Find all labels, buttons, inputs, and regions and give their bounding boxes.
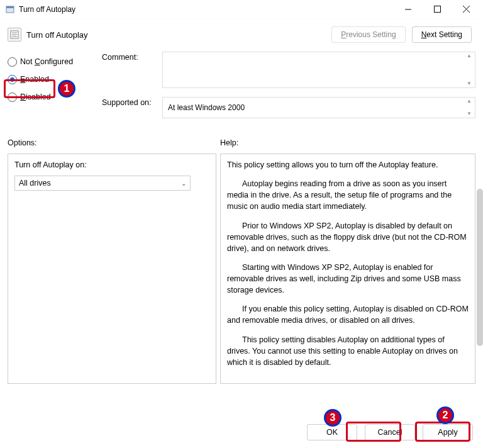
nav-buttons: Previous Setting Next Setting xyxy=(331,26,472,43)
comment-input[interactable]: ▲ ▼ xyxy=(162,52,475,88)
help-text: Prior to Windows XP SP2, Autoplay is dis… xyxy=(227,220,469,254)
state-radios: Not Configured Enabled Disabled xyxy=(8,52,96,127)
radio-label: Not Configured xyxy=(20,57,73,66)
help-text: Autoplay begins reading from a drive as … xyxy=(227,178,469,212)
close-button[interactable] xyxy=(452,0,480,19)
window-controls xyxy=(394,0,480,19)
options-field-label: Turn off Autoplay on: xyxy=(14,160,209,169)
policy-title: Turn off Autoplay xyxy=(26,30,331,40)
minimize-button[interactable] xyxy=(394,0,423,19)
help-scrollbar[interactable] xyxy=(477,189,483,346)
section-labels: Options: Help: xyxy=(0,135,483,151)
dropdown-value: All drives xyxy=(19,179,51,188)
ok-button[interactable]: OK xyxy=(307,424,357,440)
comment-label: Comment: xyxy=(102,52,162,62)
help-text: This policy setting allows you to turn o… xyxy=(227,159,469,171)
radio-label: Disabled xyxy=(20,92,51,101)
policy-editor-window: Turn off Autoplay Turn off Autoplay Prev… xyxy=(0,0,483,448)
help-heading: Help: xyxy=(220,138,238,147)
radio-icon xyxy=(8,75,17,84)
chevron-down-icon: ⌄ xyxy=(181,180,186,187)
dialog-buttons: OK Cancel Apply xyxy=(307,424,473,440)
spin-down-icon: ▼ xyxy=(465,111,474,116)
policy-icon xyxy=(8,28,21,42)
panels: Turn off Autoplay on: All drives ⌄ This … xyxy=(0,151,483,384)
help-text: If you enable this policy setting, Autop… xyxy=(227,303,469,326)
annotation-badge-2: 2 xyxy=(436,406,454,424)
spin-up-icon: ▲ xyxy=(465,99,474,104)
radio-enabled[interactable]: Enabled xyxy=(8,70,96,88)
radio-label: Enabled xyxy=(20,75,49,84)
options-heading: Options: xyxy=(8,138,220,147)
help-text: This policy setting disables Autoplay on… xyxy=(227,334,469,368)
radio-icon xyxy=(8,92,17,102)
right-fields: Comment: ▲ ▼ Supported on: At least Wind… xyxy=(102,52,475,127)
help-panel: This policy setting allows you to turn o… xyxy=(220,154,475,384)
comment-row: Comment: ▲ ▼ xyxy=(102,52,475,88)
cancel-button[interactable]: Cancel xyxy=(365,424,415,440)
maximize-button[interactable] xyxy=(423,0,452,19)
config-area: Not Configured Enabled Disabled Comment:… xyxy=(0,47,483,130)
options-panel: Turn off Autoplay on: All drives ⌄ xyxy=(8,154,216,384)
supported-value-box: At least Windows 2000 ▲ ▼ xyxy=(162,97,475,118)
window-title: Turn off Autoplay xyxy=(19,5,394,14)
spin-down-icon: ▼ xyxy=(465,81,474,86)
spin-up-icon: ▲ xyxy=(465,53,474,59)
help-text: Starting with Windows XP SP2, Autoplay i… xyxy=(227,262,469,296)
supported-row: Supported on: At least Windows 2000 ▲ ▼ xyxy=(102,97,475,118)
window-icon xyxy=(5,4,15,14)
radio-icon xyxy=(8,57,17,67)
apply-button[interactable]: Apply xyxy=(423,424,473,440)
supported-value: At least Windows 2000 xyxy=(168,103,245,112)
titlebar: Turn off Autoplay xyxy=(0,0,483,19)
svg-rect-1 xyxy=(6,6,14,8)
supported-spinner[interactable]: ▲ ▼ xyxy=(465,99,474,116)
next-setting-button[interactable]: Next Setting xyxy=(412,26,472,43)
comment-spinner[interactable]: ▲ ▼ xyxy=(465,53,474,86)
autoplay-drives-dropdown[interactable]: All drives ⌄ xyxy=(14,176,191,191)
radio-not-configured[interactable]: Not Configured xyxy=(8,53,96,70)
svg-rect-3 xyxy=(434,6,440,13)
previous-setting-button[interactable]: Previous Setting xyxy=(331,26,405,43)
header: Turn off Autoplay Previous Setting Next … xyxy=(0,19,483,47)
supported-label: Supported on: xyxy=(102,97,162,107)
radio-disabled[interactable]: Disabled xyxy=(8,88,96,106)
